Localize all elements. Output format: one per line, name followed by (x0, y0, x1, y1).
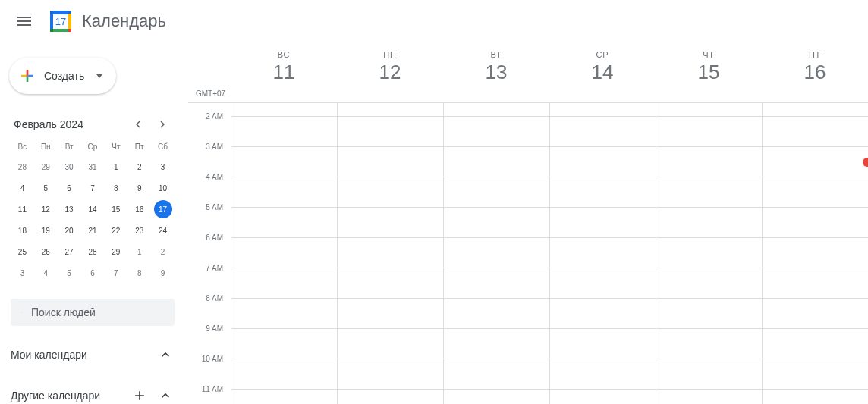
mini-day[interactable]: 26 (36, 243, 55, 261)
mini-day[interactable]: 1 (131, 243, 149, 261)
mini-day[interactable]: 23 (131, 221, 149, 240)
hour-cell[interactable] (231, 390, 337, 404)
mini-day[interactable]: 7 (83, 179, 102, 197)
hour-cell[interactable] (231, 147, 337, 177)
hour-cell[interactable] (231, 117, 337, 147)
mini-day[interactable]: 15 (107, 200, 125, 218)
hour-cell[interactable] (763, 177, 868, 208)
next-month-button[interactable] (153, 115, 171, 133)
mini-day[interactable]: 28 (83, 243, 102, 261)
hour-cell[interactable] (656, 238, 762, 268)
main-menu-button[interactable] (6, 3, 42, 39)
other-calendars-section[interactable]: Другие календари (11, 384, 175, 404)
hour-cell[interactable] (444, 268, 549, 299)
mini-day[interactable]: 8 (107, 179, 125, 197)
hour-cell[interactable] (444, 299, 549, 329)
day-header-cell[interactable]: ПТ16 (762, 42, 868, 102)
hour-cell[interactable] (763, 390, 868, 404)
hour-cell[interactable] (444, 208, 549, 238)
hour-cell[interactable] (656, 177, 762, 208)
mini-day[interactable]: 2 (131, 158, 149, 176)
day-header-cell[interactable]: СР14 (549, 42, 656, 102)
mini-day[interactable]: 11 (13, 200, 31, 218)
hour-cell[interactable] (550, 359, 656, 390)
hour-cell[interactable] (231, 238, 337, 268)
search-people-field[interactable] (11, 299, 175, 326)
hour-cell[interactable] (763, 147, 868, 177)
hour-cell[interactable] (231, 208, 337, 238)
hour-cell[interactable] (444, 177, 549, 208)
my-calendars-section[interactable]: Мои календари (11, 343, 175, 367)
mini-day[interactable]: 10 (154, 179, 172, 197)
mini-day[interactable]: 30 (60, 158, 78, 176)
hour-cell[interactable] (338, 329, 443, 359)
hour-cell[interactable] (338, 359, 443, 390)
day-header-cell[interactable]: ЧТ15 (656, 42, 762, 102)
mini-day[interactable]: 1 (107, 158, 125, 176)
collapse-my-calendars-button[interactable] (156, 346, 175, 364)
hour-cell[interactable] (338, 208, 443, 238)
hour-cell[interactable] (338, 238, 443, 268)
mini-day[interactable]: 3 (13, 264, 31, 282)
hour-cell[interactable] (763, 268, 868, 299)
mini-day[interactable]: 29 (107, 243, 125, 261)
day-header-cell[interactable]: ПН12 (337, 42, 443, 102)
hour-cell[interactable] (444, 359, 549, 390)
mini-day[interactable]: 31 (83, 158, 102, 176)
hour-cell[interactable] (231, 268, 337, 299)
hour-cell[interactable] (656, 147, 762, 177)
hour-cell[interactable] (550, 299, 656, 329)
day-column[interactable] (231, 103, 337, 404)
hour-cell[interactable] (656, 299, 762, 329)
hour-cell[interactable] (231, 359, 337, 390)
hour-cell[interactable] (338, 268, 443, 299)
search-people-input[interactable] (31, 306, 164, 318)
hour-cell[interactable] (444, 117, 549, 147)
hour-cell[interactable] (656, 117, 762, 147)
mini-day[interactable]: 9 (131, 179, 149, 197)
mini-day[interactable]: 4 (36, 264, 55, 282)
day-column[interactable] (337, 103, 443, 404)
hour-cell[interactable] (231, 299, 337, 329)
mini-day[interactable]: 16 (131, 200, 149, 218)
hour-cell[interactable] (550, 117, 656, 147)
day-header-cell[interactable]: ВС11 (231, 42, 337, 102)
mini-day[interactable]: 17 (154, 200, 172, 218)
day-column[interactable] (762, 103, 868, 404)
mini-day[interactable]: 5 (60, 264, 78, 282)
mini-day[interactable]: 29 (36, 158, 55, 176)
hour-cell[interactable] (338, 117, 443, 147)
hour-cell[interactable] (338, 390, 443, 404)
day-column[interactable] (443, 103, 549, 404)
mini-day[interactable]: 6 (60, 179, 78, 197)
mini-day[interactable]: 24 (154, 221, 172, 240)
mini-day[interactable]: 14 (83, 200, 102, 218)
mini-day[interactable]: 28 (13, 158, 31, 176)
hour-cell[interactable] (763, 329, 868, 359)
hour-cell[interactable] (763, 208, 868, 238)
hour-cell[interactable] (550, 238, 656, 268)
day-header-cell[interactable]: ВТ13 (443, 42, 549, 102)
hour-cell[interactable] (550, 208, 656, 238)
hour-cell[interactable] (444, 390, 549, 404)
hour-cell[interactable] (656, 208, 762, 238)
hour-cell[interactable] (231, 177, 337, 208)
hour-cell[interactable] (550, 390, 656, 404)
create-button[interactable]: Создать (9, 58, 116, 94)
mini-day[interactable]: 27 (60, 243, 78, 261)
mini-day[interactable]: 8 (131, 264, 149, 282)
prev-month-button[interactable] (129, 115, 147, 133)
hour-cell[interactable] (656, 268, 762, 299)
hour-cell[interactable] (338, 147, 443, 177)
mini-day[interactable]: 6 (83, 264, 102, 282)
hour-cell[interactable] (444, 238, 549, 268)
mini-day[interactable]: 9 (154, 264, 172, 282)
mini-day[interactable]: 4 (13, 179, 31, 197)
mini-day[interactable]: 13 (60, 200, 78, 218)
mini-day[interactable]: 7 (107, 264, 125, 282)
hour-cell[interactable] (763, 359, 868, 390)
hour-cell[interactable] (763, 238, 868, 268)
hour-cell[interactable] (656, 390, 762, 404)
hour-cell[interactable] (338, 299, 443, 329)
hour-cell[interactable] (444, 329, 549, 359)
